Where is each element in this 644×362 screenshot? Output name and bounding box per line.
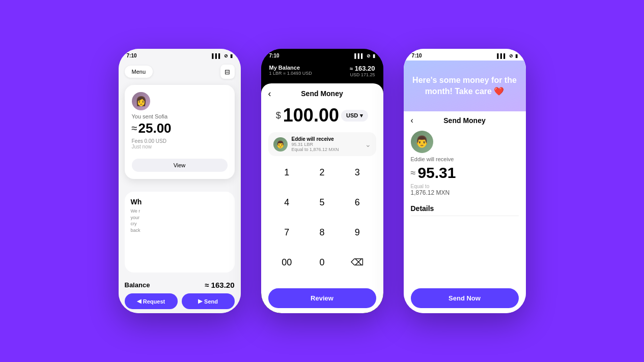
receive-amount-row: ≈ 95.31 — [411, 164, 519, 182]
time-ago: Just now — [132, 144, 228, 149]
balance-info: My Balance 1 LBR = 1.0493 USD — [269, 65, 312, 76]
tilde-icon: ≈ — [350, 66, 353, 72]
details-divider — [411, 216, 519, 216]
balance-amount: ≈ 163.20 — [205, 281, 234, 289]
signal-1: ▌▌▌ — [212, 53, 221, 58]
phone-3: 7:10 ▌▌▌ ⊘ ▮ Here's some money for the m… — [404, 49, 526, 313]
key-6[interactable]: 6 — [340, 192, 375, 213]
request-button[interactable]: ◀ Request — [125, 293, 178, 309]
wifi-3: ⊘ — [509, 53, 513, 58]
details-title: Details — [411, 204, 519, 213]
send-icon: ▶ — [198, 298, 202, 305]
wifi-2: ⊘ — [367, 53, 371, 58]
send-money-title: Send Money — [301, 89, 343, 98]
currency-selector[interactable]: USD ▾ — [341, 110, 368, 122]
wifi-1: ⊘ — [224, 53, 228, 58]
phone1-body: Menu ⊟ 👩 You sent Sofia ≈ 25.00 Fees 0.0… — [119, 61, 241, 313]
back-button-3[interactable]: ‹ — [411, 116, 413, 125]
menu-button[interactable]: Menu — [125, 66, 153, 78]
balance-approx: ≈ — [205, 281, 209, 289]
send-button[interactable]: ▶ Send — [182, 293, 235, 309]
message-banner: Here's some money for the month! Take ca… — [404, 61, 526, 111]
you-sent-label: You sent Sofia — [132, 113, 228, 119]
fees-label: Fees — [132, 138, 143, 144]
currency-chevron: ▾ — [360, 112, 363, 119]
status-bar-2: 7:10 ▌▌▌ ⊘ ▮ — [261, 49, 383, 61]
phone3-body: Here's some money for the month! Take ca… — [404, 61, 526, 313]
chevron-down-icon: ⌄ — [365, 140, 371, 148]
recipient-info: Eddie will receive 95.31 LBR Equal to 1,… — [292, 136, 361, 152]
recipient-name: Eddie will receive — [292, 136, 361, 142]
settings-icon[interactable]: ⊟ — [220, 65, 235, 79]
avatar-sofia: 👩 — [132, 92, 150, 110]
numpad: 1 2 3 4 5 6 7 8 9 00 0 ⌫ — [261, 158, 383, 286]
lbr-rate: 1 LBR = 1.0493 USD — [269, 71, 312, 76]
key-3[interactable]: 3 — [340, 162, 375, 183]
signal-3: ▌▌▌ — [497, 53, 507, 58]
eddie-will-receive: Eddie will receive — [411, 156, 519, 162]
transaction-card: 👩 You sent Sofia ≈ 25.00 Fees 0.00 USD J… — [125, 85, 235, 179]
message-text: Here's some money for the month! Take ca… — [412, 75, 518, 98]
recipient-sub: 95.31 LBR — [292, 142, 361, 147]
currency-label: USD — [346, 112, 358, 118]
details-section: Details — [411, 204, 519, 219]
eddie-avatar-large: 👨 — [411, 131, 433, 153]
amount-value: 25.00 — [138, 120, 171, 136]
status-bar-3: 7:10 ▌▌▌ ⊘ ▮ — [404, 49, 526, 61]
equal-amount: 1,876.12 MXN — [411, 189, 519, 196]
status-icons-3: ▌▌▌ ⊘ ▮ — [497, 53, 517, 58]
phone2-body: My Balance 1 LBR = 1.0493 USD ≈ 163.20 U… — [261, 61, 383, 313]
fees-text: Fees 0.00 USD — [132, 138, 228, 144]
receive-approx-icon: ≈ — [411, 168, 416, 178]
my-balance-text: My Balance — [269, 65, 300, 71]
equal-to-label: Equal to — [411, 184, 519, 189]
key-0[interactable]: 0 — [304, 252, 340, 273]
view-button[interactable]: View — [132, 159, 228, 172]
battery-3: ▮ — [515, 53, 518, 58]
request-label: Request — [143, 298, 165, 305]
recipient-row[interactable]: 👨 Eddie will receive 95.31 LBR Equal to … — [268, 132, 376, 156]
key-4[interactable]: 4 — [269, 192, 304, 213]
phone-1: 7:10 ▌▌▌ ⊘ ▮ Menu ⊟ 👩 You sent Sofia ≈ 2… — [119, 49, 241, 313]
amount-display: 100.00 — [283, 105, 339, 126]
key-1[interactable]: 1 — [269, 162, 304, 183]
lbr-value: 163.20 — [355, 65, 375, 72]
balance-lbr: ≈ 163.20 — [350, 65, 375, 72]
balance-value: 163.20 — [211, 281, 235, 289]
my-balance-label: My Balance — [269, 65, 312, 71]
battery-2: ▮ — [373, 53, 375, 58]
key-8[interactable]: 8 — [304, 222, 340, 243]
card-stack: 👩 You sent Sofia ≈ 25.00 Fees 0.00 USD J… — [125, 85, 235, 187]
key-00[interactable]: 00 — [269, 252, 304, 273]
phone-2: 7:10 ▌▌▌ ⊘ ▮ My Balance 1 LBR = 1.0493 U… — [261, 49, 383, 313]
send-label: Send — [204, 298, 218, 305]
send-header: ‹ Send Money — [261, 83, 383, 101]
action-buttons: ◀ Request ▶ Send — [125, 293, 235, 309]
key-7[interactable]: 7 — [269, 222, 304, 243]
balance-bar: Balance ≈ 163.20 — [125, 277, 235, 289]
recipient-avatar: 👨 — [273, 137, 288, 152]
signal-2: ▌▌▌ — [354, 53, 364, 58]
time-2: 7:10 — [269, 53, 279, 58]
what-card: Wh We ryourcryback — [125, 192, 235, 273]
key-backspace[interactable]: ⌫ — [340, 252, 375, 273]
send-title3: Send Money — [443, 116, 485, 125]
send-now-button[interactable]: Send Now — [411, 288, 519, 308]
review-button[interactable]: Review — [268, 288, 376, 308]
what-text: We ryourcryback — [131, 208, 229, 233]
battery-1: ▮ — [230, 53, 233, 58]
time-3: 7:10 — [412, 53, 422, 58]
amount-row: $ 100.00 USD ▾ — [261, 101, 383, 130]
recipient-equal: Equal to 1,876.12 MXN — [292, 147, 361, 152]
key-9[interactable]: 9 — [340, 222, 375, 243]
key-5[interactable]: 5 — [304, 192, 340, 213]
balance-right: ≈ 163.20 USD 171.25 — [350, 65, 375, 77]
time-1: 7:10 — [127, 53, 137, 58]
receive-amount: 95.31 — [417, 164, 456, 182]
back-button-2[interactable]: ‹ — [268, 88, 271, 99]
send-header3: ‹ Send Money — [411, 111, 519, 128]
key-2[interactable]: 2 — [304, 162, 340, 183]
sent-amount: ≈ 25.00 — [132, 120, 228, 136]
status-icons-2: ▌▌▌ ⊘ ▮ — [354, 53, 375, 58]
send-screen3: ‹ Send Money 👨 Eddie will receive ≈ 95.3… — [404, 111, 526, 313]
